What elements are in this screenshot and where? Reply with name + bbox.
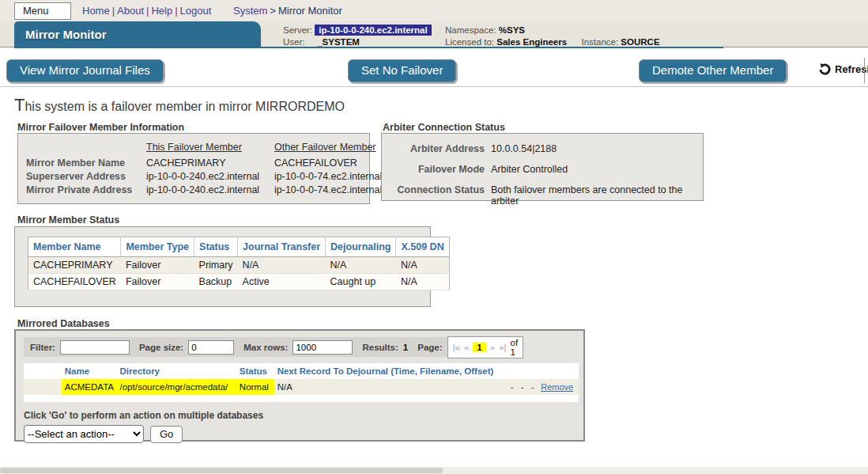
row-label: Arbiter Address — [388, 143, 485, 154]
placeholder-cell: - — [507, 379, 517, 395]
arbiter-status-heading: Arbiter Connection Status — [383, 122, 505, 133]
member-status-heading: Mirror Member Status — [17, 214, 119, 226]
breadcrumb-system-link[interactable]: System — [233, 5, 267, 17]
placeholder-cell: - — [527, 379, 538, 395]
refresh-label: Refresh: — [835, 63, 868, 75]
view-mirror-journal-files-button[interactable]: View Mirror Journal Files — [6, 59, 164, 82]
link-separator: | — [110, 5, 117, 17]
help-link[interactable]: Help — [151, 5, 172, 17]
dejournaling-cell: Caught up — [326, 274, 396, 290]
demote-other-member-button[interactable]: Demote Other Member — [639, 59, 787, 82]
refresh-icon[interactable] — [818, 63, 832, 76]
results-count: 1 — [403, 343, 408, 352]
member-type-cell: Failover — [121, 274, 194, 290]
status-column-header[interactable]: Status — [236, 363, 274, 379]
license-instance-info: Licensed to: Sales Engineers Instance: S… — [445, 37, 660, 47]
logout-link[interactable]: Logout — [180, 5, 212, 17]
page-size-input[interactable] — [188, 340, 234, 355]
refresh-interval-cutoff-edge — [864, 58, 865, 83]
member-name-cell: CACHEPRIMARY — [28, 257, 121, 274]
row-label: Mirror Private Address — [26, 184, 146, 196]
home-link[interactable]: Home — [82, 5, 110, 17]
horizontal-scrollbar[interactable] — [0, 467, 868, 474]
remove-link[interactable]: Remove — [541, 382, 573, 392]
table-row[interactable]: ACMEDATA /opt/source/mgr/acmedata/ Norma… — [24, 379, 579, 395]
directory-column-header[interactable]: Directory — [117, 363, 236, 379]
next-page-button[interactable]: » — [490, 343, 495, 352]
arbiter-status-box: Arbiter Address 10.0.0.54|2188 Failover … — [381, 133, 704, 201]
page-count-label: of 1 — [511, 338, 519, 357]
column-header: X.509 DN — [396, 237, 449, 257]
table-header-row: Name Directory Status Next Record To Dej… — [24, 363, 579, 379]
prev-page-button[interactable]: « — [464, 343, 469, 352]
breadcrumb-separator: > — [267, 5, 278, 17]
page-label: Page: — [417, 343, 442, 352]
this-member-name: CACHEPRIMARY — [146, 157, 274, 169]
refresh-control: Refresh: — [818, 63, 868, 76]
status-cell: Backup — [194, 274, 238, 290]
next-record-cell: N/A — [274, 379, 508, 395]
failover-mode-value: Arbiter Controlled — [491, 164, 696, 175]
instance-value: SOURCE — [621, 37, 659, 47]
column-header: Dejournaling — [326, 237, 396, 257]
action-select[interactable]: --Select an action-- — [24, 425, 144, 443]
other-failover-member-header: Other Failover Member — [274, 140, 393, 156]
row-label: Connection Status — [388, 184, 485, 207]
failover-info-heading: Mirror Failover Member Information — [17, 122, 184, 133]
breadcrumb: System>Mirror Monitor — [233, 5, 342, 17]
breadcrumb-current-page: Mirror Monitor — [278, 5, 342, 17]
journal-transfer-cell: Active — [238, 274, 326, 290]
journal-transfer-cell: N/A — [238, 257, 326, 274]
instance-label: Instance: — [581, 37, 618, 47]
dejournaling-cell: N/A — [326, 257, 396, 274]
this-private-address: ip-10-0-0-240.ec2.internal — [146, 184, 274, 196]
filter-label: Filter: — [30, 343, 55, 352]
last-page-button[interactable]: »| — [499, 343, 506, 352]
member-type-cell: Failover — [121, 257, 194, 274]
arbiter-status-table: Arbiter Address 10.0.0.54|2188 Failover … — [382, 134, 703, 216]
go-action-row: --Select an action-- Go — [24, 425, 576, 443]
other-private-address: ip-10-0-0-74.ec2.internal — [274, 184, 393, 196]
member-status-table: Member Name Member Type Status Journal T… — [28, 237, 450, 290]
server-info: Server: ip-10-0-0-240.ec2.internal — [283, 25, 432, 35]
next-record-column-header[interactable]: Next Record To Dejournal (Time, Filename… — [274, 363, 508, 379]
column-header: Journal Transfer — [238, 237, 326, 257]
top-bar: Menu Home|About|Help|Logout System>Mirro… — [0, 0, 868, 21]
user-value: _SYSTEM — [317, 37, 360, 47]
placeholder-cell: - — [517, 379, 527, 395]
database-status-cell: Normal — [236, 379, 274, 395]
first-page-button[interactable]: |« — [453, 343, 460, 352]
row-label: Superserver Address — [26, 170, 146, 183]
go-action-hint: Click 'Go' to perform an action on multi… — [24, 410, 576, 421]
table-row: CACHEPRIMARY Failover Primary N/A N/A N/… — [28, 257, 450, 274]
header-band: Mirror Monitor Server: ip-10-0-0-240.ec2… — [0, 21, 868, 47]
database-directory-cell: /opt/source/mgr/acmedata/ — [117, 379, 236, 395]
mirrored-databases-heading: Mirrored Databases — [17, 318, 110, 329]
menu-button[interactable]: Menu — [14, 2, 71, 20]
x509-dn-cell: N/A — [396, 257, 449, 274]
member-name-cell: CACHEFAILOVER — [28, 274, 121, 290]
mirror-status-message: This system is a failover member in mirr… — [14, 95, 345, 116]
max-rows-input[interactable] — [292, 340, 353, 355]
filter-input[interactable] — [60, 340, 130, 355]
go-button[interactable]: Go — [150, 426, 183, 443]
connection-status-value: Both failover members are connected to t… — [491, 184, 696, 207]
server-label: Server: — [283, 25, 312, 35]
this-superserver-address: ip-10-0-0-240.ec2.internal — [146, 170, 274, 183]
mirrored-databases-table: Name Directory Status Next Record To Dej… — [24, 363, 579, 402]
status-cell: Primary — [194, 257, 238, 274]
set-no-failover-button[interactable]: Set No Failover — [348, 59, 456, 82]
about-link[interactable]: About — [117, 5, 144, 17]
table-row: CACHEFAILOVER Failover Backup Active Cau… — [28, 274, 450, 290]
top-links: Home|About|Help|Logout — [82, 5, 211, 17]
column-header: Member Type — [121, 237, 194, 257]
user-label: User: — [283, 37, 315, 47]
link-separator: | — [172, 5, 179, 17]
x509-dn-cell: N/A — [396, 274, 449, 290]
name-column-header[interactable]: Name — [62, 363, 117, 379]
horizontal-scrollbar-thumb[interactable] — [0, 468, 443, 473]
row-label: Mirror Member Name — [26, 157, 146, 169]
database-name-cell: ACMEDATA — [62, 379, 117, 395]
current-page-button[interactable]: 1 — [473, 343, 485, 352]
other-member-name: CACHEFAILOVER — [274, 157, 393, 169]
